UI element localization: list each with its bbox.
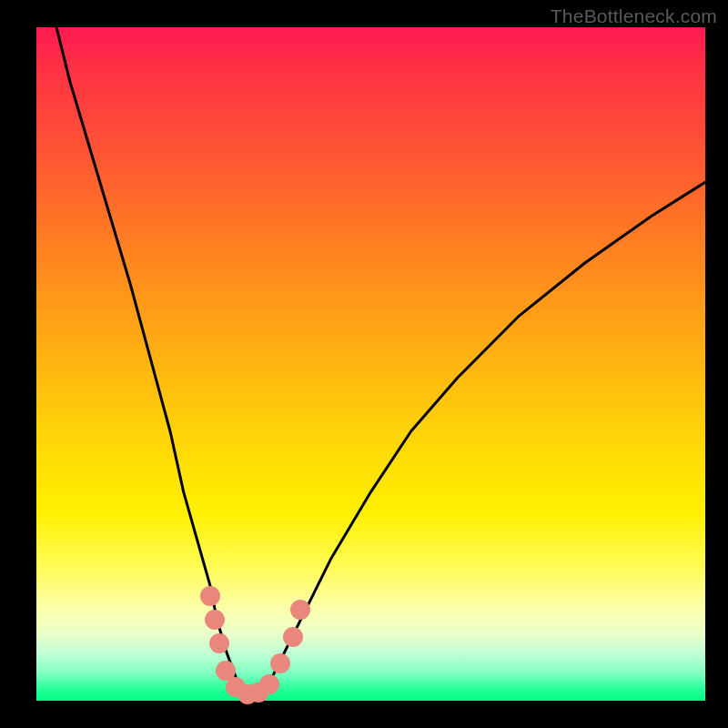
highlight-dot — [200, 586, 220, 606]
highlight-dot — [270, 653, 290, 673]
highlight-dot — [290, 600, 310, 620]
chart-stage: TheBottleneck.com — [0, 0, 728, 728]
highlight-dot — [259, 674, 279, 694]
marker-layer — [36, 27, 705, 701]
watermark-text: TheBottleneck.com — [551, 5, 717, 27]
highlight-dot — [209, 633, 229, 653]
highlight-dot — [283, 627, 303, 647]
highlight-dot — [205, 610, 225, 630]
plot-area — [36, 27, 705, 701]
